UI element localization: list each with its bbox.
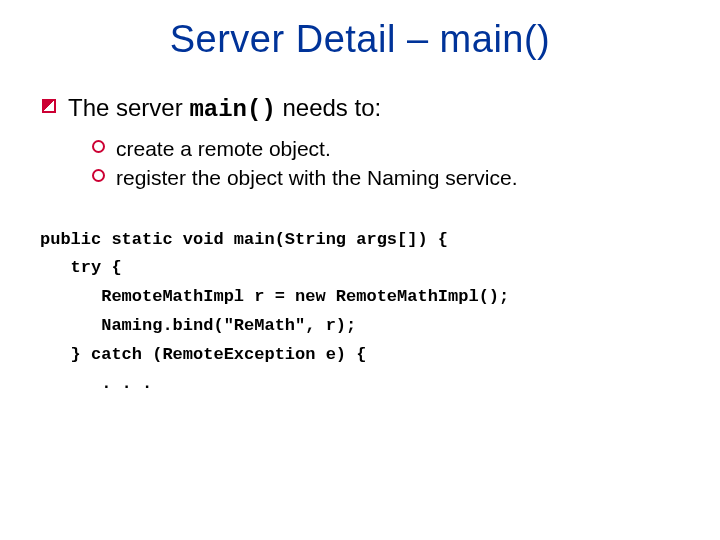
bullet-text-b: needs to: — [276, 94, 381, 121]
bullet-level1: The server main() needs to: — [40, 93, 680, 125]
bullet-level2: create a remote object. — [92, 135, 680, 162]
bullet-level2: register the object with the Naming serv… — [92, 164, 680, 191]
square-bullet-icon — [42, 99, 56, 113]
subbullet-text: register the object with the Naming serv… — [116, 166, 518, 189]
bullet-text-a: The server — [68, 94, 189, 121]
bullet-text-code: main() — [189, 96, 275, 123]
code-snippet: public static void main(String args[]) {… — [40, 226, 680, 399]
slide-title: Server Detail – main() — [40, 18, 680, 61]
subbullet-text: create a remote object. — [116, 137, 331, 160]
circle-bullet-icon — [92, 140, 105, 153]
slide: Server Detail – main() The server main()… — [0, 0, 720, 540]
circle-bullet-icon — [92, 169, 105, 182]
